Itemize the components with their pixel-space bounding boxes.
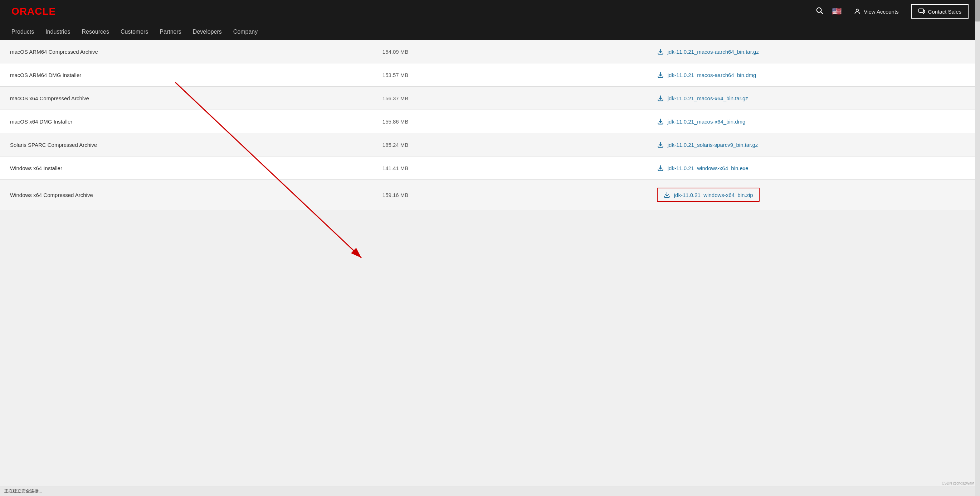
- scrollbar-thumb[interactable]: [975, 0, 980, 21]
- nav-item-customers[interactable]: Customers: [115, 23, 154, 40]
- nav-item-developers[interactable]: Developers: [187, 23, 228, 40]
- svg-rect-3: [918, 9, 923, 13]
- row-download: jdk-11.0.21_windows-x64_bin.exe: [647, 156, 980, 180]
- search-icon: [815, 6, 823, 14]
- filename: jdk-11.0.21_macos-aarch64_bin.dmg: [668, 72, 756, 78]
- table-row: macOS x64 Compressed Archive156.37 MBjdk…: [0, 87, 980, 110]
- oracle-logo: ORACLE: [11, 6, 56, 17]
- row-size: 141.41 MB: [372, 156, 647, 180]
- download-icon: [657, 164, 664, 172]
- row-size: 185.24 MB: [372, 133, 647, 156]
- download-link[interactable]: jdk-11.0.21_solaris-sparcv9_bin.tar.gz: [657, 141, 970, 148]
- row-size: 156.37 MB: [372, 87, 647, 110]
- flag-icon[interactable]: 🇺🇸: [832, 7, 842, 16]
- row-name: macOS ARM64 Compressed Archive: [0, 40, 372, 64]
- row-size: 153.57 MB: [372, 64, 647, 87]
- header-right: 🇺🇸 View Accounts Contact Sales: [813, 4, 969, 19]
- svg-point-0: [817, 8, 821, 13]
- header-left: ORACLE: [11, 6, 56, 17]
- table-row: Windows x64 Compressed Archive159.16 MBj…: [0, 180, 980, 210]
- row-name: Windows x64 Installer: [0, 156, 372, 180]
- search-button[interactable]: [813, 5, 826, 18]
- download-link[interactable]: jdk-11.0.21_macos-aarch64_bin.dmg: [657, 71, 970, 78]
- row-size: 155.86 MB: [372, 110, 647, 133]
- main-nav: Products Industries Resources Customers …: [0, 23, 980, 40]
- row-download: jdk-11.0.21_solaris-sparcv9_bin.tar.gz: [647, 133, 980, 156]
- download-icon: [657, 94, 664, 102]
- row-size: 154.09 MB: [372, 40, 647, 64]
- view-accounts-button[interactable]: View Accounts: [847, 5, 905, 18]
- filename: jdk-11.0.21_macos-x64_bin.tar.gz: [668, 95, 748, 101]
- row-download: jdk-11.0.21_macos-aarch64_bin.dmg: [647, 64, 980, 87]
- row-download: jdk-11.0.21_macos-x64_bin.tar.gz: [647, 87, 980, 110]
- account-icon: [854, 8, 861, 15]
- table-row: macOS x64 DMG Installer155.86 MBjdk-11.0…: [0, 110, 980, 133]
- header: ORACLE 🇺🇸 View Accounts Contact Sales: [0, 0, 980, 23]
- download-icon: [657, 71, 664, 78]
- download-icon: [657, 118, 664, 125]
- row-size: 159.16 MB: [372, 180, 647, 210]
- download-icon: [657, 141, 664, 148]
- download-link-highlighted[interactable]: jdk-11.0.21_windows-x64_bin.zip: [657, 188, 760, 202]
- row-name: macOS x64 Compressed Archive: [0, 87, 372, 110]
- filename: jdk-11.0.21_windows-x64_bin.zip: [674, 192, 753, 198]
- table-row: macOS ARM64 Compressed Archive154.09 MBj…: [0, 40, 980, 64]
- row-name: Windows x64 Compressed Archive: [0, 180, 372, 210]
- nav-item-company[interactable]: Company: [228, 23, 263, 40]
- download-icon: [663, 191, 670, 198]
- filename: jdk-11.0.21_macos-x64_bin.dmg: [668, 118, 746, 124]
- filename: jdk-11.0.21_windows-x64_bin.exe: [668, 165, 749, 171]
- table-row: Solaris SPARC Compressed Archive185.24 M…: [0, 133, 980, 156]
- download-table: macOS ARM64 Compressed Archive154.09 MBj…: [0, 40, 980, 210]
- row-name: Solaris SPARC Compressed Archive: [0, 133, 372, 156]
- row-download: jdk-11.0.21_windows-x64_bin.zip: [647, 180, 980, 210]
- nav-item-industries[interactable]: Industries: [40, 23, 76, 40]
- nav-item-resources[interactable]: Resources: [76, 23, 115, 40]
- download-link[interactable]: jdk-11.0.21_macos-aarch64_bin.tar.gz: [657, 48, 970, 55]
- table-row: macOS ARM64 DMG Installer153.57 MBjdk-11…: [0, 64, 980, 87]
- row-name: macOS x64 DMG Installer: [0, 110, 372, 133]
- row-download: jdk-11.0.21_macos-aarch64_bin.tar.gz: [647, 40, 980, 64]
- row-download: jdk-11.0.21_macos-x64_bin.dmg: [647, 110, 980, 133]
- nav-item-partners[interactable]: Partners: [154, 23, 187, 40]
- nav-item-products[interactable]: Products: [11, 23, 40, 40]
- download-link[interactable]: jdk-11.0.21_macos-x64_bin.tar.gz: [657, 94, 970, 102]
- download-table-container: macOS ARM64 Compressed Archive154.09 MBj…: [0, 40, 980, 210]
- scrollbar[interactable]: [975, 0, 980, 210]
- download-link[interactable]: jdk-11.0.21_macos-x64_bin.dmg: [657, 118, 970, 125]
- download-icon: [657, 48, 664, 55]
- table-row: Windows x64 Installer141.41 MBjdk-11.0.2…: [0, 156, 980, 180]
- row-name: macOS ARM64 DMG Installer: [0, 64, 372, 87]
- filename: jdk-11.0.21_macos-aarch64_bin.tar.gz: [668, 49, 759, 55]
- chat-icon: [918, 8, 925, 15]
- svg-point-2: [856, 9, 859, 11]
- svg-line-1: [821, 12, 823, 14]
- filename: jdk-11.0.21_solaris-sparcv9_bin.tar.gz: [668, 142, 758, 148]
- contact-sales-button[interactable]: Contact Sales: [911, 4, 969, 19]
- download-link[interactable]: jdk-11.0.21_windows-x64_bin.exe: [657, 164, 970, 172]
